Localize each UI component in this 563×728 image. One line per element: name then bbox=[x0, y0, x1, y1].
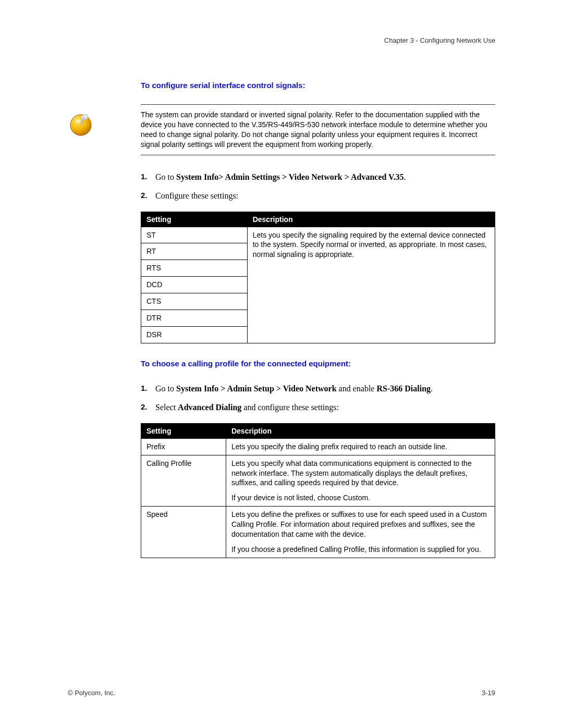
col-setting: Setting bbox=[141, 212, 248, 227]
desc-para: Lets you specify the dialing prefix requ… bbox=[231, 442, 489, 452]
table-row: ST Lets you specify the signaling requir… bbox=[141, 227, 495, 243]
step-text: Configure these settings: bbox=[155, 191, 238, 200]
setting-cell: CTS bbox=[141, 293, 248, 310]
step-bold: Advanced Dialing bbox=[178, 403, 241, 412]
setting-cell: Calling Profile bbox=[141, 455, 226, 507]
step-1-2: 2. Configure these settings: bbox=[141, 190, 495, 202]
setting-cell: DCD bbox=[141, 277, 248, 293]
note-callout: The system can provide standard or inver… bbox=[68, 104, 495, 155]
footer-left: © Polycom, Inc. bbox=[68, 689, 115, 697]
svg-point-3 bbox=[76, 120, 81, 123]
step-text: Go to bbox=[155, 172, 176, 181]
note-pin-icon bbox=[68, 111, 94, 137]
chapter-header: Chapter 3 - Configuring Network Use bbox=[68, 36, 495, 44]
step-2-2: 2. Select Advanced Dialing and configure… bbox=[141, 401, 495, 414]
note-text: The system can provide standard or inver… bbox=[141, 110, 495, 150]
setting-cell: DSR bbox=[141, 326, 248, 343]
col-description: Description bbox=[226, 423, 495, 438]
step-text: Go to bbox=[155, 384, 176, 393]
desc-para: If you choose a predefined Calling Profi… bbox=[231, 545, 489, 554]
table-header-row: Setting Description bbox=[141, 212, 495, 227]
step-bold: System Info> Admin Settings > Video Netw… bbox=[176, 172, 404, 181]
desc-para: Lets you define the prefixes or suffixes… bbox=[231, 510, 489, 539]
setting-cell: Speed bbox=[141, 507, 226, 558]
setting-cell: Prefix bbox=[141, 438, 226, 455]
setting-cell: RTS bbox=[141, 260, 248, 277]
table-row: Calling Profile Lets you specify what da… bbox=[141, 455, 495, 507]
table-row: Prefix Lets you specify the dialing pref… bbox=[141, 438, 495, 455]
setting-cell: DTR bbox=[141, 310, 248, 327]
col-setting: Setting bbox=[141, 423, 226, 438]
description-cell: Lets you define the prefixes or suffixes… bbox=[226, 507, 495, 558]
document-page: Chapter 3 - Configuring Network Use To c… bbox=[0, 0, 563, 728]
setting-cell: ST bbox=[141, 227, 248, 243]
step-bold: RS-366 Dialing bbox=[376, 384, 431, 393]
setting-cell: RT bbox=[141, 243, 248, 260]
content-column: To configure serial interface control si… bbox=[141, 81, 495, 558]
step-text: Select bbox=[155, 403, 178, 412]
step-1-1: 1. Go to System Info> Admin Settings > V… bbox=[141, 171, 495, 183]
steps-list-1: 1. Go to System Info> Admin Settings > V… bbox=[141, 171, 495, 202]
page-footer: © Polycom, Inc. 3-19 bbox=[68, 689, 495, 697]
table-row: Speed Lets you define the prefixes or su… bbox=[141, 507, 495, 558]
step-text: . bbox=[404, 172, 406, 181]
section-heading-serial: To configure serial interface control si… bbox=[141, 81, 495, 90]
step-text: . bbox=[431, 384, 433, 393]
step-bold: System Info > Admin Setup > Video Networ… bbox=[176, 384, 337, 393]
settings-table-signals: Setting Description ST Lets you specify … bbox=[141, 212, 495, 343]
step-2-1: 1. Go to System Info > Admin Setup > Vid… bbox=[141, 382, 495, 395]
settings-table-dialing: Setting Description Prefix Lets you spec… bbox=[141, 423, 495, 558]
step-text: and enable bbox=[337, 384, 377, 393]
description-cell: Lets you specify the dialing prefix requ… bbox=[226, 438, 495, 455]
col-description: Description bbox=[247, 212, 495, 227]
footer-right: 3-19 bbox=[482, 689, 495, 697]
section-heading-calling: To choose a calling profile for the conn… bbox=[141, 359, 495, 368]
step-text: and configure these settings: bbox=[241, 403, 339, 412]
table-header-row: Setting Description bbox=[141, 423, 495, 438]
desc-para: Lets you specify what data communication… bbox=[231, 459, 489, 488]
steps-list-2: 1. Go to System Info > Admin Setup > Vid… bbox=[141, 382, 495, 414]
description-cell: Lets you specify what data communication… bbox=[226, 455, 495, 507]
description-cell: Lets you specify the signaling required … bbox=[247, 227, 495, 343]
desc-para: If your device is not listed, choose Cus… bbox=[231, 493, 489, 503]
